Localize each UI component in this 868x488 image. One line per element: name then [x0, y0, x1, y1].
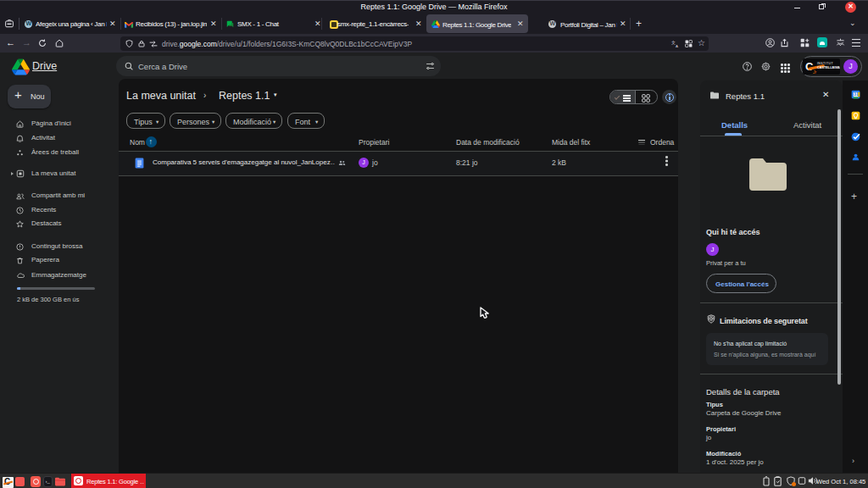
svg-text:31: 31: [854, 92, 859, 97]
svg-text:文: 文: [671, 40, 676, 45]
svg-text:A: A: [676, 43, 678, 47]
